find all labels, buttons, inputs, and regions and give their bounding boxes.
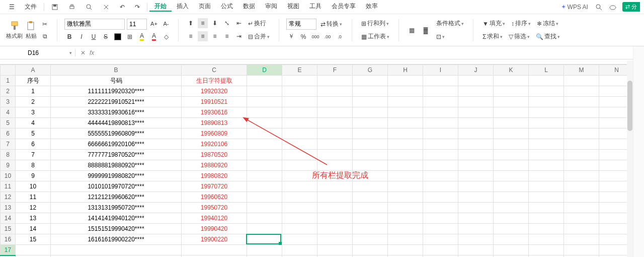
cell-7-E[interactable] — [282, 139, 317, 150]
cell-13-C[interactable]: 19950720 — [182, 203, 247, 213]
cell-4-J[interactable] — [458, 107, 494, 118]
cell-6-G[interactable] — [353, 128, 388, 139]
cell-12-C[interactable]: 19960620 — [182, 192, 247, 203]
justify-icon[interactable]: ≡ — [222, 31, 232, 41]
cell-13-E[interactable] — [282, 203, 317, 213]
col-header-B[interactable]: B — [51, 65, 182, 76]
cell-17-G[interactable] — [353, 245, 388, 255]
cell-3-L[interactable] — [529, 97, 564, 107]
cell-14-K[interactable] — [494, 213, 529, 224]
cell-7-A[interactable]: 6 — [16, 139, 51, 150]
qat-cut-icon[interactable] — [98, 4, 115, 11]
align-middle-icon[interactable]: ≡ — [198, 18, 208, 28]
cell-15-E[interactable] — [282, 224, 317, 234]
cell-10-I[interactable] — [423, 171, 458, 181]
cell-4-E[interactable] — [282, 107, 317, 118]
spreadsheet-grid[interactable]: ABCDEFGHIJKLMN1序号号码生日字符提取211111111992032… — [0, 65, 644, 257]
cell-8-I[interactable] — [423, 150, 458, 160]
cell-17-E[interactable] — [282, 245, 317, 255]
cell-11-I[interactable] — [423, 181, 458, 192]
cell-14-J[interactable] — [458, 213, 494, 224]
cell-3-H[interactable] — [388, 97, 423, 107]
convert-button[interactable]: ⇄转换▾ — [318, 19, 344, 30]
tab-6[interactable]: 视图 — [282, 2, 304, 12]
cond-format-button[interactable]: 条件格式▾ — [434, 18, 466, 29]
percent-icon[interactable]: % — [298, 32, 308, 42]
cell-5-B[interactable]: 44444419890813**** — [51, 118, 182, 128]
cell-12-J[interactable] — [458, 192, 494, 203]
cell-4-F[interactable] — [317, 107, 353, 118]
cell-11-F[interactable] — [317, 181, 353, 192]
col-header-D[interactable]: D — [247, 65, 282, 76]
sort-button[interactable]: ↕排序▾ — [509, 18, 533, 29]
cell-12-B[interactable]: 12121219960620**** — [51, 192, 182, 203]
increase-decimal-icon[interactable]: .00 — [323, 32, 333, 42]
cell-10-D[interactable] — [247, 171, 282, 181]
cell-1-C[interactable]: 生日字符提取 — [182, 76, 247, 86]
cell-1-B[interactable]: 号码 — [51, 76, 182, 86]
cell-9-E[interactable] — [282, 160, 317, 171]
row-header-18[interactable]: 18 — [1, 255, 16, 258]
cell-8-F[interactable] — [317, 150, 353, 160]
cell-14-E[interactable] — [282, 213, 317, 224]
font-name-select[interactable] — [64, 19, 125, 30]
cell-9-I[interactable] — [423, 160, 458, 171]
cell-17-I[interactable] — [423, 245, 458, 255]
tab-5[interactable]: 审阅 — [260, 2, 282, 12]
cell-3-E[interactable] — [282, 97, 317, 107]
find-button[interactable]: 🔍查找▾ — [534, 31, 562, 42]
cell-9-C[interactable]: 19880920 — [182, 160, 247, 171]
cell-12-D[interactable] — [247, 192, 282, 203]
cell-4-M[interactable] — [564, 107, 599, 118]
cell-2-B[interactable]: 11111119920320**** — [51, 86, 182, 97]
cell-12-M[interactable] — [564, 192, 599, 203]
cell-16-J[interactable] — [458, 234, 494, 245]
cloud-icon[interactable] — [608, 3, 617, 12]
cell-17-D[interactable] — [247, 245, 282, 255]
cell-style-button[interactable]: ▓ — [420, 25, 431, 36]
row-header-7[interactable]: 7 — [1, 139, 16, 150]
underline-button[interactable]: U — [89, 32, 99, 42]
cell-7-M[interactable] — [564, 139, 599, 150]
qat-redo-icon[interactable]: ↷ — [130, 4, 145, 11]
cell-18-L[interactable] — [529, 255, 564, 258]
cell-1-I[interactable] — [423, 76, 458, 86]
cell-16-B[interactable]: 16161619900220**** — [51, 234, 182, 245]
cell-16-M[interactable] — [564, 234, 599, 245]
cell-18-F[interactable] — [317, 255, 353, 258]
cell-2-F[interactable] — [317, 86, 353, 97]
name-box-input[interactable] — [0, 49, 66, 56]
cell-16-H[interactable] — [388, 234, 423, 245]
tab-2[interactable]: 页面 — [194, 2, 216, 12]
cell-8-A[interactable]: 7 — [16, 150, 51, 160]
tab-9[interactable]: 效率 — [361, 2, 383, 12]
cell-12-G[interactable] — [353, 192, 388, 203]
cell-1-J[interactable] — [458, 76, 494, 86]
tab-1[interactable]: 插入 — [172, 2, 194, 12]
cell-12-A[interactable]: 11 — [16, 192, 51, 203]
cell-18-H[interactable] — [388, 255, 423, 258]
cell-4-D[interactable] — [247, 107, 282, 118]
cell-2-M[interactable] — [564, 86, 599, 97]
cell-7-K[interactable] — [494, 139, 529, 150]
cell-4-L[interactable] — [529, 107, 564, 118]
cell-7-J[interactable] — [458, 139, 494, 150]
cell-10-F[interactable] — [317, 171, 353, 181]
cell-7-F[interactable] — [317, 139, 353, 150]
cell-13-H[interactable] — [388, 203, 423, 213]
qat-print-icon[interactable] — [63, 4, 80, 11]
cell-9-G[interactable] — [353, 160, 388, 171]
row-header-13[interactable]: 13 — [1, 203, 16, 213]
align-top-icon[interactable]: ⬆ — [186, 18, 196, 28]
row-header-5[interactable]: 5 — [1, 118, 16, 128]
cell-16-G[interactable] — [353, 234, 388, 245]
cell-7-D[interactable] — [247, 139, 282, 150]
worksheet-button[interactable]: ▦工作表▾ — [359, 31, 391, 42]
cell-16-C[interactable]: 19900220 — [182, 234, 247, 245]
cell-17-L[interactable] — [529, 245, 564, 255]
cell-11-A[interactable]: 10 — [16, 181, 51, 192]
cell-11-H[interactable] — [388, 181, 423, 192]
increase-font-icon[interactable]: A+ — [149, 19, 159, 29]
align-right-icon[interactable]: ≡ — [210, 31, 220, 41]
cell-12-E[interactable] — [282, 192, 317, 203]
